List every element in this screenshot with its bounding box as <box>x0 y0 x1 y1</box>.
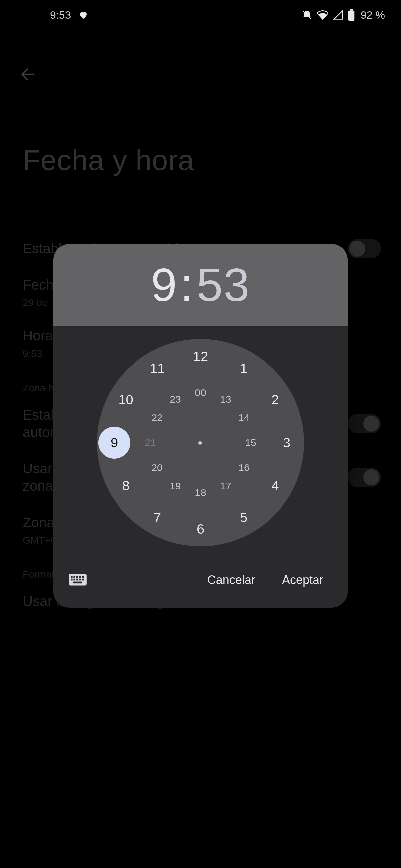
svg-rect-11 <box>82 579 84 581</box>
svg-rect-2 <box>70 576 72 578</box>
cancel-button[interactable]: Cancelar <box>198 568 265 592</box>
clock-inner-hour-00[interactable]: 00 <box>195 387 206 398</box>
svg-rect-12 <box>73 582 82 584</box>
time-display: 9 : 53 <box>54 244 347 326</box>
svg-rect-7 <box>70 579 72 581</box>
clock-outer-hour-7[interactable]: 7 <box>154 510 161 525</box>
clock-inner-hour-13[interactable]: 13 <box>220 394 231 405</box>
cell-signal-icon <box>333 10 343 20</box>
dnd-off-icon <box>302 10 312 20</box>
svg-rect-3 <box>73 576 75 578</box>
clock-inner-hour-18[interactable]: 18 <box>195 487 206 498</box>
accept-button[interactable]: Aceptar <box>273 568 333 592</box>
time-minute[interactable]: 53 <box>197 258 250 312</box>
time-colon: : <box>181 258 194 312</box>
clock-inner-hour-19[interactable]: 19 <box>170 480 181 492</box>
clock-outer-hour-4[interactable]: 4 <box>271 478 279 493</box>
svg-rect-8 <box>73 579 75 581</box>
clock-face[interactable]: 121234567891011001314151617181920212223 <box>97 339 304 546</box>
clock-outer-hour-8[interactable]: 8 <box>122 478 129 493</box>
status-bar: 9:53 92 % <box>0 0 401 30</box>
clock-inner-hour-14[interactable]: 14 <box>238 412 249 423</box>
svg-rect-4 <box>76 576 78 578</box>
clock-outer-hour-1[interactable]: 1 <box>240 361 247 375</box>
clock-outer-hour-3[interactable]: 3 <box>283 435 290 451</box>
heart-icon <box>78 10 88 20</box>
clock-outer-hour-6[interactable]: 6 <box>197 522 204 536</box>
svg-rect-6 <box>82 576 84 578</box>
clock-inner-hour-21[interactable]: 21 <box>145 437 156 448</box>
dialog-actions: Cancelar Aceptar <box>54 560 347 608</box>
clock-inner-hour-23[interactable]: 23 <box>170 394 181 405</box>
clock-outer-hour-5[interactable]: 5 <box>240 510 247 525</box>
clock-outer-hour-10[interactable]: 10 <box>118 392 133 407</box>
wifi-icon <box>317 9 329 21</box>
clock-outer-hour-12[interactable]: 12 <box>193 349 208 364</box>
battery-icon <box>348 9 354 21</box>
time-hour[interactable]: 9 <box>151 258 178 312</box>
clock-outer-hour-11[interactable]: 11 <box>150 361 165 375</box>
battery-text: 92 % <box>361 9 385 21</box>
keyboard-input-button[interactable] <box>68 573 87 587</box>
svg-rect-10 <box>79 579 81 581</box>
clock-inner-hour-16[interactable]: 16 <box>238 462 249 473</box>
svg-rect-15 <box>348 11 354 21</box>
svg-rect-14 <box>349 9 352 11</box>
clock-inner-hour-17[interactable]: 17 <box>220 480 231 492</box>
status-clock: 9:53 <box>50 9 71 21</box>
time-picker-dialog: 9 : 53 121234567891011001314151617181920… <box>54 244 347 608</box>
clock-outer-hour-9[interactable]: 9 <box>111 435 118 451</box>
svg-rect-9 <box>76 579 78 581</box>
keyboard-icon <box>68 573 87 586</box>
clock-outer-hour-2[interactable]: 2 <box>271 392 279 407</box>
clock-inner-hour-15[interactable]: 15 <box>245 437 256 448</box>
svg-rect-5 <box>79 576 81 578</box>
clock-inner-hour-22[interactable]: 22 <box>151 412 162 423</box>
clock-face-container: 121234567891011001314151617181920212223 <box>54 326 347 560</box>
clock-inner-hour-20[interactable]: 20 <box>151 462 162 473</box>
